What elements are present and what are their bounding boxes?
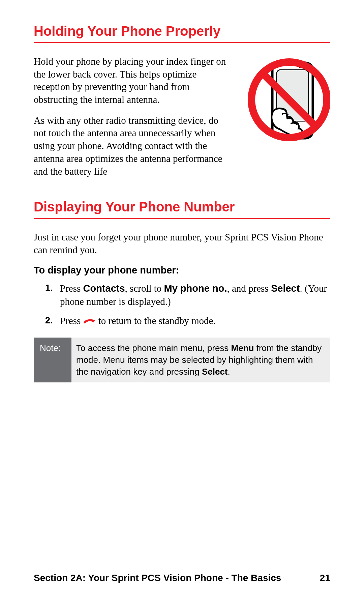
heading-holding-phone: Holding Your Phone Properly — [34, 24, 330, 43]
display-number-intro: Just in case you forget your phone numbe… — [34, 231, 330, 256]
step2-text1: Press — [60, 315, 83, 326]
step1-text1: Press — [60, 283, 83, 294]
footer-page-number: 21 — [320, 573, 330, 583]
note-box: Note: To access the phone main menu, pre… — [34, 338, 330, 382]
note-content: To access the phone main menu, press Men… — [71, 338, 330, 382]
holding-phone-text: Hold your phone by placing your index fi… — [34, 55, 233, 186]
page-footer: Section 2A: Your Sprint PCS Vision Phone… — [34, 573, 330, 583]
step-1: Press Contacts, scroll to My phone no., … — [45, 282, 330, 308]
step1-select: Select — [271, 283, 300, 294]
note-text1: To access the phone main menu, press — [76, 343, 231, 353]
heading-display-number: Displaying Your Phone Number — [34, 199, 330, 219]
end-call-key-icon — [83, 315, 96, 321]
note-select: Select — [202, 367, 228, 377]
note-menu: Menu — [231, 343, 254, 353]
step1-contacts: Contacts — [83, 283, 125, 294]
display-number-subhead: To display your phone number: — [34, 265, 330, 276]
prohibition-phone-icon — [246, 57, 330, 144]
footer-section-title: Section 2A: Your Sprint PCS Vision Phone… — [34, 573, 281, 583]
step1-myphoneno: My phone no. — [164, 283, 227, 294]
note-label: Note: — [34, 338, 71, 382]
step1-text2: , scroll to — [125, 283, 164, 294]
step1-text3: , and press — [227, 283, 271, 294]
do-not-hold-illustration — [246, 55, 330, 146]
holding-phone-para1: Hold your phone by placing your index fi… — [34, 55, 233, 106]
step-2: Press to return to the standby mode. — [45, 314, 330, 327]
note-text3: . — [228, 367, 230, 377]
section-holding-phone: Hold your phone by placing your index fi… — [34, 55, 330, 186]
display-number-steps: Press Contacts, scroll to My phone no., … — [45, 282, 330, 327]
step2-text2: to return to the standby mode. — [98, 315, 216, 326]
holding-phone-para2: As with any other radio transmitting dev… — [34, 114, 233, 178]
